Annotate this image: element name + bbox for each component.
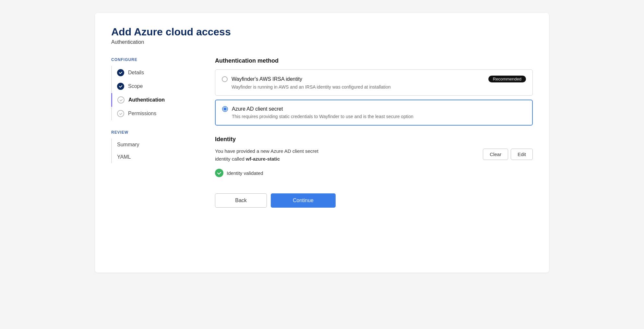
auth-option-aws-irsa-title: Wayfinder's AWS IRSA identity <box>232 76 302 82</box>
recommended-badge: Recommended <box>488 76 526 82</box>
auth-option-aws-irsa-title-row: Wayfinder's AWS IRSA identity Recommende… <box>232 76 526 82</box>
auth-option-azure-ad-title-row: Azure AD client secret <box>232 106 526 112</box>
circle-icon-permissions <box>117 110 124 117</box>
sidebar-item-permissions[interactable]: Permissions <box>112 107 196 120</box>
identity-text: You have provided a new Azure AD client … <box>215 147 318 163</box>
auth-method-title: Authentication method <box>215 57 533 64</box>
auth-option-aws-irsa-desc: Wayfinder is running in AWS and an IRSA … <box>232 84 526 90</box>
sidebar-item-details[interactable]: Details <box>112 66 196 79</box>
edit-button[interactable]: Edit <box>511 149 533 160</box>
back-button[interactable]: Back <box>215 193 267 208</box>
bottom-actions: Back Continue <box>215 193 533 208</box>
identity-text-line2: identity called <box>215 156 246 162</box>
continue-button[interactable]: Continue <box>271 193 336 208</box>
clear-button[interactable]: Clear <box>483 149 508 160</box>
identity-name: wf-azure-static <box>246 156 280 162</box>
check-icon-details <box>117 69 124 76</box>
auth-option-azure-ad-desc: This requires providing static credentia… <box>232 114 526 119</box>
sidebar-item-authentication[interactable]: Authentication <box>111 93 196 107</box>
auth-option-aws-irsa[interactable]: Wayfinder's AWS IRSA identity Recommende… <box>215 69 533 96</box>
sidebar-label-summary: Summary <box>117 142 139 148</box>
identity-actions: Clear Edit <box>483 149 533 160</box>
validated-text: Identity validated <box>227 170 263 176</box>
page-title: Add Azure cloud access <box>111 26 533 38</box>
sidebar-label-permissions: Permissions <box>128 111 156 116</box>
auth-option-aws-irsa-header: Wayfinder's AWS IRSA identity Recommende… <box>222 76 526 82</box>
sidebar-label-authentication: Authentication <box>128 97 165 103</box>
review-items: Summary YAML <box>111 139 196 163</box>
page-container: Add Azure cloud access Authentication CO… <box>95 13 549 273</box>
auth-option-azure-ad-header: Azure AD client secret <box>222 106 526 112</box>
main-content: Authentication method Wayfinder's AWS IR… <box>215 57 533 260</box>
page-header: Add Azure cloud access Authentication <box>111 26 533 45</box>
configure-items: Details Scope Authentication <box>111 66 196 120</box>
sidebar-label-scope: Scope <box>128 83 143 89</box>
content-area: CONFIGURE Details Scope <box>111 57 533 260</box>
radio-aws-irsa[interactable] <box>222 76 228 82</box>
sidebar-label-yaml: YAML <box>117 154 131 160</box>
auth-option-azure-ad-title: Azure AD client secret <box>232 106 283 112</box>
circle-icon-authentication <box>117 96 125 104</box>
review-label: REVIEW <box>111 130 196 135</box>
validated-row: Identity validated <box>215 169 533 177</box>
identity-text-line1: You have provided a new Azure AD client … <box>215 148 318 154</box>
sidebar: CONFIGURE Details Scope <box>111 57 196 260</box>
identity-body: You have provided a new Azure AD client … <box>215 147 533 163</box>
radio-azure-ad-inner <box>223 107 227 111</box>
sidebar-item-summary[interactable]: Summary <box>112 139 196 151</box>
sidebar-item-yaml[interactable]: YAML <box>112 151 196 163</box>
check-icon-scope <box>117 83 124 90</box>
sidebar-label-details: Details <box>128 70 144 76</box>
identity-title: Identity <box>215 136 533 143</box>
page-subtitle: Authentication <box>111 39 533 45</box>
configure-label: CONFIGURE <box>111 57 196 62</box>
auth-option-azure-ad[interactable]: Azure AD client secret This requires pro… <box>215 100 533 126</box>
radio-azure-ad[interactable] <box>222 106 228 112</box>
validated-check-icon <box>215 169 223 177</box>
identity-section: Identity You have provided a new Azure A… <box>215 136 533 177</box>
sidebar-item-scope[interactable]: Scope <box>112 79 196 93</box>
